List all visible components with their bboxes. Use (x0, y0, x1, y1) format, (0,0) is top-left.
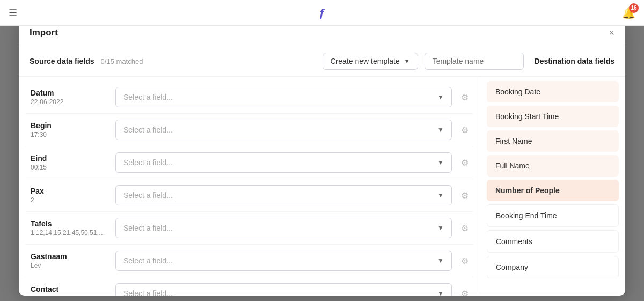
select-chevron-icon: ▼ (437, 126, 444, 134)
field-name: Datum (31, 89, 106, 97)
field-select-placeholder: Select a field... (123, 126, 173, 134)
field-settings-icon[interactable]: ⚙ (456, 252, 473, 269)
table-row: Contact m: e: Select a field... ▼ ⚙ (25, 277, 473, 296)
list-item[interactable]: Booking Date (487, 81, 619, 102)
list-item[interactable]: Number of People (487, 180, 619, 201)
list-item[interactable]: Full Name (487, 155, 619, 177)
table-row: Gastnaam Lev Select a field... ▼ ⚙ (25, 245, 473, 277)
notification-badge: 16 (629, 3, 639, 13)
field-select-dropdown[interactable]: Select a field... ▼ (115, 218, 452, 238)
source-fields-pane: Datum 22-06-2022 Select a field... ▼ ⚙ B… (19, 77, 480, 296)
table-row: Pax 2 Select a field... ▼ ⚙ (25, 179, 473, 212)
close-button[interactable]: × (609, 28, 614, 38)
field-select-placeholder: Select a field... (123, 224, 173, 232)
field-settings-icon[interactable]: ⚙ (456, 219, 473, 237)
select-chevron-icon: ▼ (437, 159, 444, 166)
field-name: Begin (31, 121, 106, 130)
field-info: Begin 17:30 (25, 118, 111, 142)
table-row: Begin 17:30 Select a field... ▼ ⚙ (25, 114, 473, 146)
field-select-dropdown[interactable]: Select a field... ▼ (115, 283, 452, 296)
import-modal: Import × Source data fields 0/15 matched… (19, 19, 625, 296)
field-select-dropdown[interactable]: Select a field... ▼ (115, 120, 452, 140)
field-settings-icon[interactable]: ⚙ (456, 89, 473, 106)
table-row: Tafels 1,12,14,15,21,45,50,51,52,100,200… (25, 212, 473, 245)
matched-badge: 0/15 matched (101, 57, 143, 65)
field-info: Tafels 1,12,14,15,21,45,50,51,52,100,200… (25, 216, 111, 240)
field-value: m: e: (31, 295, 106, 296)
destination-fields-pane: Booking DateBooking Start TimeFirst Name… (480, 77, 625, 296)
field-settings-icon[interactable]: ⚙ (456, 285, 473, 296)
notification-wrapper: 🔔 16 (622, 6, 635, 19)
create-template-label: Create new template (331, 57, 400, 65)
field-name: Contact (31, 285, 106, 293)
field-select-placeholder: Select a field... (123, 158, 173, 167)
field-settings-icon[interactable]: ⚙ (456, 154, 473, 171)
select-chevron-icon: ▼ (437, 93, 444, 101)
field-value: 2 (31, 196, 106, 204)
list-item[interactable]: Booking Start Time (487, 106, 619, 127)
table-row: Datum 22-06-2022 Select a field... ▼ ⚙ (25, 81, 473, 114)
create-template-dropdown[interactable]: Create new template ▼ (323, 53, 418, 70)
field-info: Eind 00:15 (25, 151, 111, 174)
field-settings-icon[interactable]: ⚙ (456, 121, 473, 138)
list-item[interactable]: Booking End Time (487, 204, 619, 227)
modal-title: Import (30, 27, 58, 38)
toolbar-row: Source data fields 0/15 matched Create n… (19, 46, 625, 77)
list-item[interactable]: First Name (487, 130, 619, 152)
app-logo: ƒ (319, 6, 325, 20)
field-settings-icon[interactable]: ⚙ (456, 187, 473, 204)
select-chevron-icon: ▼ (437, 224, 444, 232)
field-value: 22-06-2022 (31, 98, 106, 106)
chevron-down-icon: ▼ (404, 58, 410, 64)
field-info: Gastnaam Lev (25, 249, 111, 273)
field-name: Tafels (31, 219, 106, 228)
menu-icon[interactable]: ☰ (9, 7, 17, 19)
table-row: Eind 00:15 Select a field... ▼ ⚙ (25, 146, 473, 179)
field-select-dropdown[interactable]: Select a field... ▼ (115, 185, 452, 205)
field-name: Eind (31, 154, 106, 163)
field-select-placeholder: Select a field... (123, 93, 173, 101)
select-chevron-icon: ▼ (437, 257, 444, 265)
field-select-placeholder: Select a field... (123, 191, 173, 200)
select-chevron-icon: ▼ (437, 192, 444, 199)
list-item[interactable]: Company (487, 256, 619, 278)
field-value: 17:30 (31, 131, 106, 138)
field-info: Datum 22-06-2022 (25, 85, 111, 109)
field-name: Pax (31, 187, 106, 195)
field-info: Pax 2 (25, 183, 111, 207)
select-chevron-icon: ▼ (437, 290, 444, 296)
field-name: Gastnaam (31, 252, 106, 261)
modal-body: Datum 22-06-2022 Select a field... ▼ ⚙ B… (19, 77, 625, 296)
destination-data-fields-label: Destination data fields (535, 57, 614, 65)
template-name-input[interactable] (425, 53, 524, 70)
field-select-dropdown[interactable]: Select a field... ▼ (115, 251, 452, 271)
list-item[interactable]: Comments (487, 230, 619, 253)
field-info: Contact m: e: (25, 282, 111, 296)
field-value: 00:15 (31, 164, 106, 171)
field-select-dropdown[interactable]: Select a field... ▼ (115, 152, 452, 173)
field-select-placeholder: Select a field... (123, 256, 173, 265)
field-value: Lev (31, 262, 106, 269)
field-select-placeholder: Select a field... (123, 289, 173, 296)
field-value: 1,12,14,15,21,45,50,51,52,100,200,2,300,… (31, 229, 106, 237)
field-select-dropdown[interactable]: Select a field... ▼ (115, 87, 452, 107)
topbar: ☰ ƒ 🔔 16 (0, 0, 644, 26)
source-data-fields-label: Source data fields (30, 57, 94, 65)
